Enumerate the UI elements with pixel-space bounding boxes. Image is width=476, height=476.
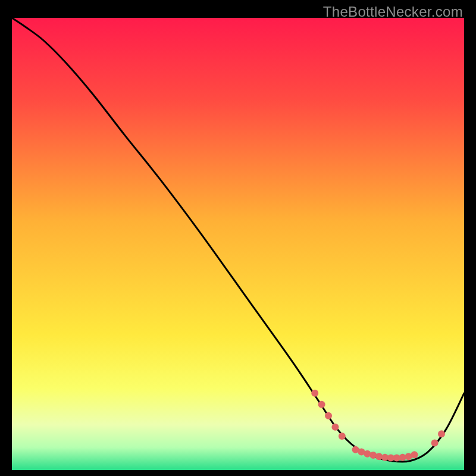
marker-dot xyxy=(411,451,418,458)
marker-dot xyxy=(331,424,339,431)
marker-dot xyxy=(318,401,325,408)
chart-frame xyxy=(12,18,464,470)
marker-dot xyxy=(339,433,346,440)
marker-dot xyxy=(438,430,445,437)
marker-dot xyxy=(431,439,439,446)
gradient-background xyxy=(12,18,464,470)
marker-dot xyxy=(325,412,332,419)
bottleneck-chart xyxy=(12,18,464,470)
marker-dot xyxy=(311,390,318,397)
